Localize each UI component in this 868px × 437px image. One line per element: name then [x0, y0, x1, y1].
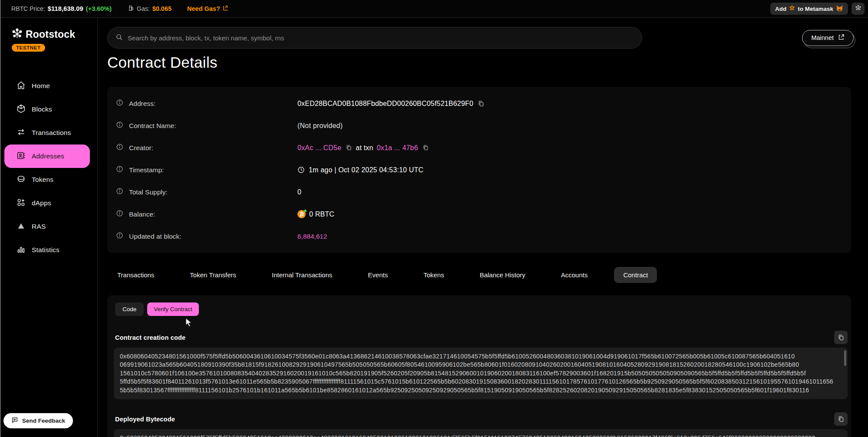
rbtc-price-value: $118,638.09 — [48, 5, 83, 12]
tab-tokens[interactable]: Tokens — [414, 267, 453, 283]
code-line: 069919061023a565b60405180910390f35b81815… — [120, 361, 840, 369]
deployed-bytecode-block[interactable]: 0x608060405234801561000f575f5ffd5b506040… — [114, 429, 848, 437]
detail-row-updated-block: Updated at block: 6,884,612 — [116, 225, 842, 247]
rootstock-logo[interactable]: Rootstock — [0, 28, 97, 41]
sidebar-item-dapps[interactable]: dApps — [4, 191, 90, 215]
dapps-grid-icon — [17, 198, 26, 209]
balance-value: 0 RBTC — [309, 210, 334, 218]
info-icon — [116, 232, 123, 241]
mainnet-button[interactable]: Mainnet — [802, 30, 854, 46]
tab-token-transfers[interactable]: Token Transfers — [181, 267, 245, 283]
main-content: Mainnet Contract Details Address: 0xED28… — [98, 18, 868, 437]
send-feedback-button[interactable]: Send Feedback — [3, 413, 73, 428]
detail-row-total-supply: Total Supply: 0 — [116, 181, 842, 203]
add-label: Add — [775, 6, 786, 12]
balance-label: Balance: — [129, 210, 155, 218]
code-scrollbar[interactable] — [844, 350, 846, 366]
at-txn-label: at txn — [356, 144, 373, 152]
add-to-metamask-button[interactable]: Add to Metamask — [770, 3, 848, 15]
topbar: RBTC Price: $118,638.09 (+3.60%) Gas: $0… — [0, 0, 868, 18]
sidebar-item-home[interactable]: Home — [4, 74, 90, 98]
tab-transactions[interactable]: Transactions — [108, 267, 163, 283]
sidebar-item-blocks[interactable]: Blocks — [4, 98, 90, 121]
code-button[interactable]: Code — [115, 302, 144, 316]
rootstock-grey-icon — [855, 5, 861, 13]
sidebar-item-transactions[interactable]: Transactions — [4, 121, 90, 145]
contract-details-card: Address: 0xED28BCAD0B1088FbdbeDD00260BC0… — [107, 87, 851, 253]
sidebar-item-ras[interactable]: RAS — [4, 215, 90, 238]
sidebar-item-label: Statistics — [32, 246, 59, 254]
info-icon — [116, 210, 123, 219]
contract-panel: Code Verify Contract Contract creation c… — [107, 295, 851, 437]
code-line: 0x608060405234801561000f575f5ffd5b506040… — [120, 434, 840, 437]
cube-icon — [17, 104, 26, 115]
code-line: 0x608060405234801561000f575f5ffd5b506004… — [120, 352, 840, 361]
gas-label: Gas: — [137, 5, 150, 12]
search-input[interactable] — [128, 34, 634, 42]
verify-contract-button[interactable]: Verify Contract — [147, 302, 199, 316]
coin-icon — [17, 174, 26, 185]
creator-label: Creator: — [129, 144, 153, 152]
tab-balance-history[interactable]: Balance History — [471, 267, 535, 283]
need-gas-link[interactable]: Need Gas? — [187, 5, 228, 12]
need-gas-label: Need Gas? — [187, 5, 220, 12]
brand-name: Rootstock — [26, 29, 75, 40]
info-icon — [116, 99, 123, 108]
copy-deployed-bytecode-button[interactable] — [834, 412, 848, 426]
sidebar-nav: Home Blocks Transactions Addresses Token… — [0, 74, 97, 262]
sidebar-item-label: dApps — [32, 199, 51, 207]
sidebar-item-statistics[interactable]: Statistics — [4, 238, 90, 262]
rootstock-flower-icon — [789, 5, 795, 13]
external-link-icon — [222, 5, 228, 12]
metamask-fox-icon — [836, 5, 843, 13]
contract-name-value: (Not provided) — [297, 122, 343, 130]
mouse-cursor — [185, 318, 193, 329]
sidebar-item-label: Tokens — [32, 176, 53, 184]
page-title: Contract Details — [107, 54, 854, 71]
creation-code-block[interactable]: 0x608060405234801561000f575f5ffd5b506004… — [114, 348, 848, 399]
tab-internal-transactions[interactable]: Internal Transactions — [263, 267, 341, 283]
creator-address-link[interactable]: 0xAc ... CD5e — [297, 144, 341, 152]
gas-pump-icon — [128, 5, 134, 13]
feedback-chat-icon — [11, 417, 18, 425]
info-icon — [116, 143, 123, 152]
rbtc-price-change: (+3.60%) — [86, 5, 112, 12]
rbtc-coin-icon: ₿ — [297, 210, 306, 218]
copy-address-button[interactable] — [478, 100, 485, 107]
sidebar-item-label: Addresses — [32, 152, 64, 160]
tab-events[interactable]: Events — [359, 267, 397, 283]
gas-value: $0.065 — [152, 5, 172, 12]
detail-row-address: Address: 0xED28BCAD0B1088FbdbeDD00260BC0… — [116, 92, 842, 115]
copy-txn-button[interactable] — [422, 145, 429, 151]
timestamp-label: Timestamp: — [129, 166, 164, 174]
sidebar-item-label: Transactions — [32, 129, 71, 137]
address-tabs: Transactions Token Transfers Internal Tr… — [107, 267, 854, 283]
search-bar — [107, 27, 642, 49]
detail-row-creator: Creator: 0xAc ... CD5e at txn 0x1a ... 4… — [116, 137, 842, 159]
creator-txn-link[interactable]: 0x1a ... 47b6 — [377, 144, 418, 152]
tab-contract[interactable]: Contract — [614, 267, 657, 283]
contract-name-label: Contract Name: — [129, 122, 176, 130]
testnet-badge: TESTNET — [12, 44, 45, 52]
updated-block-link[interactable]: 6,884,612 — [297, 233, 327, 240]
deployed-bytecode-label: Deployed Bytecode — [115, 416, 175, 423]
total-supply-value: 0 — [297, 188, 301, 196]
address-label: Address: — [129, 100, 155, 108]
code-line: 5b5b5f83013567ffffffffffffffff8111156101… — [120, 386, 840, 394]
tab-accounts[interactable]: Accounts — [552, 267, 597, 283]
copy-creator-button[interactable] — [346, 145, 352, 151]
info-icon — [116, 121, 123, 130]
sidebar-item-addresses[interactable]: Addresses — [4, 145, 90, 168]
rootstock-settings-button[interactable] — [851, 3, 865, 15]
detail-row-contract-name: Contract Name: (Not provided) — [116, 115, 842, 137]
clock-icon — [297, 166, 305, 174]
sidebar-item-label: Blocks — [32, 105, 52, 113]
sidebar-item-tokens[interactable]: Tokens — [4, 168, 90, 191]
copy-creation-code-button[interactable] — [834, 331, 848, 344]
creation-code-label: Contract creation code — [115, 334, 185, 341]
info-icon — [116, 187, 123, 197]
rootstock-logo-icon — [12, 28, 23, 41]
total-supply-label: Total Supply: — [129, 188, 168, 196]
detail-row-balance: Balance: ₿ 0 RBTC — [116, 203, 842, 225]
home-icon — [17, 81, 26, 92]
